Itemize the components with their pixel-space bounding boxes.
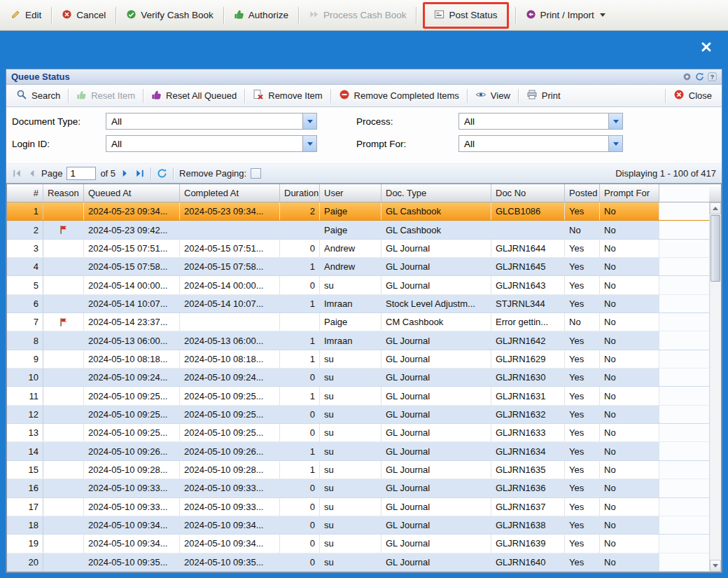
refresh-icon[interactable]	[695, 72, 704, 81]
document-type-dropdown-button[interactable]	[302, 113, 316, 129]
cell-number: 17	[7, 498, 43, 516]
post-status-button[interactable]: Post Status	[428, 6, 503, 25]
cell-reason	[43, 221, 84, 238]
table-row[interactable]: 4 2024-05-15 07:58... 2024-05-15 07:58..…	[7, 258, 709, 276]
table-row[interactable]: 14 2024-05-10 09:26... 2024-05-10 09:26.…	[7, 442, 709, 460]
help-icon[interactable]: ?	[708, 72, 717, 81]
cell-duration: 0	[280, 553, 320, 571]
column-header-number[interactable]: #	[7, 184, 43, 202]
cell-queued-at: 2024-05-23 09:42...	[84, 221, 180, 238]
table-row[interactable]: 15 2024-05-10 09:28... 2024-05-10 09:28.…	[7, 461, 709, 479]
cell-reason	[43, 240, 84, 257]
process-select[interactable]: All	[458, 113, 623, 130]
column-header-reason[interactable]: Reason	[43, 184, 84, 202]
remove-item-button[interactable]: Remove Item	[246, 86, 328, 105]
table-row[interactable]: 16 2024-05-10 09:33... 2024-05-10 09:33.…	[7, 479, 709, 497]
column-header-prompt-for[interactable]: Prompt For	[600, 184, 659, 202]
cell-prompt-for: No	[600, 442, 659, 460]
scrollbar-track[interactable]	[710, 214, 721, 560]
cell-filler	[659, 295, 709, 312]
remove-completed-items-button[interactable]: Remove Completed Items	[332, 86, 465, 105]
chevron-down-icon	[613, 142, 619, 146]
table-row[interactable]: 12 2024-05-10 09:25... 2024-05-10 09:25.…	[7, 406, 709, 424]
queue-table-body: 1 2024-05-23 09:34... 2024-05-23 09:34..…	[7, 202, 709, 572]
print-import-button[interactable]: Print / Import	[519, 6, 612, 25]
paging-separator	[150, 167, 151, 180]
process-dropdown-button[interactable]	[608, 113, 622, 129]
table-row[interactable]: 18 2024-05-10 09:34... 2024-05-10 09:34.…	[7, 516, 709, 535]
table-row[interactable]: 19 2024-05-10 09:34... 2024-05-10 09:34.…	[7, 535, 709, 553]
cancel-button[interactable]: Cancel	[55, 6, 112, 25]
vertical-scrollbar[interactable]	[709, 202, 721, 572]
cell-doc-no: GLCB1086	[491, 202, 565, 220]
cell-filler	[659, 516, 709, 534]
refresh-page-button[interactable]	[157, 168, 167, 179]
cell-duration: 0	[280, 535, 320, 552]
cell-posted: Yes	[565, 535, 600, 552]
edit-button[interactable]: Edit	[4, 6, 48, 25]
scrollbar-thumb[interactable]	[710, 215, 720, 282]
column-header-posted[interactable]: Posted	[565, 184, 600, 202]
print-button[interactable]: Print	[520, 86, 567, 105]
cell-posted: No	[565, 221, 600, 238]
cell-completed-at: 2024-05-14 10:07...	[180, 295, 280, 312]
prompt-for-select[interactable]: All	[458, 135, 623, 152]
cell-reason	[43, 350, 84, 368]
login-id-select[interactable]: All	[106, 135, 317, 152]
scroll-up-button[interactable]	[710, 202, 721, 214]
table-row[interactable]: 9 2024-05-10 08:18... 2024-05-10 08:18..…	[7, 350, 709, 369]
reset-all-queued-button[interactable]: Reset All Queued	[145, 87, 243, 105]
authorize-button[interactable]: Authorize	[227, 6, 295, 25]
table-row[interactable]: 13 2024-05-10 09:25... 2024-05-10 09:25.…	[7, 424, 709, 442]
column-header-user[interactable]: User	[320, 184, 382, 202]
cell-queued-at: 2024-05-14 23:37...	[84, 313, 180, 331]
table-row[interactable]: 6 2024-05-14 10:07... 2024-05-14 10:07..…	[7, 295, 709, 313]
table-row[interactable]: 7 2024-05-14 23:37... Paige CM Cashbook …	[7, 313, 709, 331]
cell-user: Paige	[320, 221, 382, 238]
document-type-select[interactable]: All	[106, 113, 317, 130]
last-page-button[interactable]	[134, 168, 145, 179]
cell-posted: Yes	[565, 295, 600, 312]
login-id-dropdown-button[interactable]	[302, 136, 316, 151]
cell-duration: 0	[280, 406, 320, 423]
table-row[interactable]: 1 2024-05-23 09:34... 2024-05-23 09:34..…	[7, 202, 709, 221]
column-header-duration[interactable]: Duration	[280, 184, 320, 202]
table-row[interactable]: 8 2024-05-13 06:00... 2024-05-13 06:00..…	[7, 331, 709, 350]
search-button[interactable]: Search	[10, 86, 66, 105]
remove-completed-items-label: Remove Completed Items	[354, 90, 459, 101]
column-header-queued-at[interactable]: Queued At	[84, 184, 180, 202]
cell-doc-no: GLJRN1631	[491, 387, 565, 404]
table-row[interactable]: 5 2024-05-14 00:00... 2024-05-14 00:00..…	[7, 276, 709, 294]
cell-doc-no: GLJRN1633	[491, 424, 565, 441]
cell-user: Imraan	[320, 295, 382, 312]
page-input[interactable]	[66, 167, 96, 180]
table-row[interactable]: 2 2024-05-23 09:42... Paige GL Cashbook …	[7, 221, 709, 239]
scroll-down-button[interactable]	[710, 560, 721, 572]
cell-user: su	[320, 461, 382, 479]
cell-number: 1	[7, 202, 43, 220]
table-row[interactable]: 17 2024-05-10 09:33... 2024-05-10 09:33.…	[7, 498, 709, 516]
column-header-doc-no[interactable]: Doc No	[491, 184, 565, 202]
view-button[interactable]: View	[469, 86, 517, 105]
table-row[interactable]: 10 2024-05-10 09:24... 2024-05-10 09:24.…	[7, 369, 709, 387]
column-header-completed-at[interactable]: Completed At	[180, 184, 280, 202]
column-header-doc-type[interactable]: Doc. Type	[382, 184, 491, 202]
remove-paging-checkbox[interactable]	[251, 168, 261, 179]
table-row[interactable]: 3 2024-05-15 07:51... 2024-05-15 07:51..…	[7, 240, 709, 258]
cell-completed-at: 2024-05-15 07:51...	[180, 240, 280, 257]
next-page-button[interactable]	[120, 168, 130, 179]
close-button[interactable]: Close	[667, 86, 718, 105]
customize-icon[interactable]	[682, 72, 692, 81]
window-close-button[interactable]	[699, 39, 714, 55]
toolbar-separator	[298, 7, 299, 24]
table-row[interactable]: 20 2024-05-10 09:35... 2024-05-10 09:35.…	[7, 553, 709, 572]
process-cash-book-label: Process Cash Book	[323, 10, 407, 20]
verify-check-icon	[126, 9, 136, 22]
cell-doc-type: GL Journal	[382, 479, 491, 497]
verify-cash-book-button[interactable]: Verify Cash Book	[120, 6, 220, 25]
cell-completed-at: 2024-05-10 09:33...	[180, 498, 280, 516]
edit-button-label: Edit	[25, 10, 41, 20]
prompt-for-dropdown-button[interactable]	[608, 136, 622, 151]
cell-completed-at: 2024-05-10 09:34...	[180, 535, 280, 552]
table-row[interactable]: 11 2024-05-10 09:25... 2024-05-10 09:25.…	[7, 387, 709, 405]
